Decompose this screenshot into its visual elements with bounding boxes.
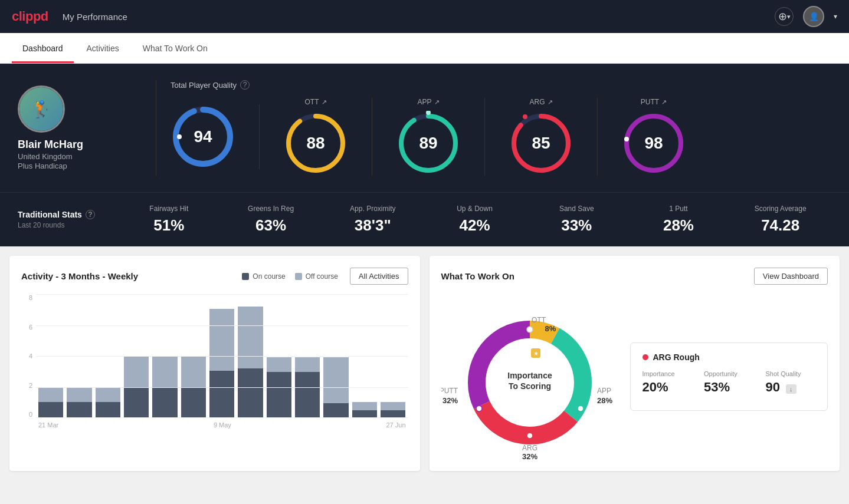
trad-stats-help-icon[interactable]: ? bbox=[86, 210, 95, 219]
svg-text:Importance: Importance bbox=[507, 371, 552, 380]
nav-right: ⊕ ▾ 👤 ▾ bbox=[775, 6, 837, 27]
svg-point-32 bbox=[476, 406, 482, 411]
bar-group-4 bbox=[124, 294, 149, 418]
card-category-dot bbox=[643, 354, 648, 360]
bar-off-8 bbox=[238, 307, 263, 368]
traditional-stats: Traditional Stats ? Last 20 rounds Fairw… bbox=[0, 192, 849, 246]
bar-group-1 bbox=[38, 294, 63, 418]
chart-header: Activity - 3 Months - Weekly On course O… bbox=[21, 268, 408, 285]
svg-point-30 bbox=[578, 406, 584, 411]
gauge-ott-label: OTT ↗ bbox=[305, 98, 327, 106]
bar-off-4 bbox=[124, 356, 149, 387]
legend-on-course: On course bbox=[242, 272, 285, 281]
bar-chart: 8 6 4 2 0 bbox=[21, 294, 408, 447]
svg-point-2 bbox=[177, 134, 182, 139]
all-activities-button[interactable]: All Activities bbox=[350, 268, 408, 285]
bar-off-13 bbox=[381, 402, 405, 411]
tab-activities[interactable]: Activities bbox=[76, 35, 130, 63]
legend-off-course-dot bbox=[295, 273, 302, 280]
bar-on-2 bbox=[67, 402, 91, 418]
stat-sand-save: Sand Save 33% bbox=[526, 205, 628, 235]
trad-stats-grid: Fairways Hit 51% Greens In Reg 63% App. … bbox=[118, 205, 831, 235]
activity-chart-panel: Activity - 3 Months - Weekly On course O… bbox=[9, 256, 420, 471]
bars-area: 21 Mar 9 May 27 Jun bbox=[36, 294, 408, 430]
bar-group-12 bbox=[352, 294, 377, 418]
tab-what-to-work-on[interactable]: What To Work On bbox=[132, 35, 218, 63]
stat-fairways-hit: Fairways Hit 51% bbox=[118, 205, 220, 235]
arg-rough-card: ARG Rough Importance 20% Opportunity 53%… bbox=[630, 342, 828, 411]
gauge-app-value: 89 bbox=[419, 134, 437, 153]
stat-app-proximity: App. Proximity 38'3" bbox=[322, 205, 424, 235]
ott-trend-icon: ↗ bbox=[322, 98, 327, 106]
y-label-8: 8 bbox=[29, 294, 32, 301]
bar-group-6 bbox=[181, 294, 206, 418]
bar-group-9 bbox=[267, 294, 291, 418]
avatar-icon: 👤 bbox=[809, 12, 819, 21]
svg-point-13 bbox=[624, 137, 629, 141]
circle-app: 89 bbox=[396, 111, 461, 176]
work-title: What To Work On bbox=[441, 271, 514, 281]
svg-point-10 bbox=[523, 114, 527, 119]
player-country: United Kingdom bbox=[18, 152, 73, 161]
bar-on-9 bbox=[267, 372, 291, 418]
hero-top: 🏌️ Blair McHarg United Kingdom Plus Hand… bbox=[18, 80, 831, 176]
svg-text:OTT: OTT bbox=[532, 316, 546, 324]
top-nav: clippd My Performance ⊕ ▾ 👤 ▾ bbox=[0, 0, 849, 33]
divider-vertical bbox=[156, 80, 156, 176]
hero-section: 🏌️ Blair McHarg United Kingdom Plus Hand… bbox=[0, 64, 849, 192]
bar-group-10 bbox=[295, 294, 320, 418]
player-info: 🏌️ Blair McHarg United Kingdom Plus Hand… bbox=[18, 85, 142, 170]
metric-shot-quality: Shot Quality 90 ↓ bbox=[766, 370, 816, 395]
app-trend-icon: ↗ bbox=[434, 98, 440, 106]
quality-section: Total Player Quality ? 94 bbox=[171, 80, 831, 176]
bar-on-12 bbox=[352, 410, 377, 418]
add-button[interactable]: ⊕ ▾ bbox=[775, 7, 794, 26]
user-avatar-button[interactable]: 👤 bbox=[803, 6, 824, 27]
bar-off-11 bbox=[323, 357, 348, 403]
bar-group-7 bbox=[209, 294, 234, 418]
view-dashboard-button[interactable]: View Dashboard bbox=[754, 268, 828, 285]
svg-text:8%: 8% bbox=[545, 324, 556, 333]
bar-group-2 bbox=[67, 294, 91, 418]
gauge-arg: ARG ↗ 85 bbox=[485, 98, 598, 176]
gauge-ott-value: 88 bbox=[306, 134, 324, 153]
bar-on-7 bbox=[209, 371, 234, 418]
x-label-mar: 21 Mar bbox=[38, 421, 58, 429]
stat-greens-in-reg: Greens In Reg 63% bbox=[220, 205, 322, 235]
y-label-4: 4 bbox=[29, 353, 32, 360]
tab-dashboard[interactable]: Dashboard bbox=[12, 35, 74, 63]
shot-quality-badge: ↓ bbox=[786, 384, 796, 394]
bar-group-13 bbox=[381, 294, 405, 418]
bar-off-3 bbox=[96, 387, 120, 402]
legend-off-course: Off course bbox=[295, 272, 338, 281]
avatar-image: 🏌️ bbox=[19, 87, 63, 131]
gauge-total: 94 bbox=[171, 104, 260, 169]
card-title: ARG Rough bbox=[643, 353, 816, 362]
bar-off-6 bbox=[181, 356, 206, 387]
gauge-putt-label: PUTT ↗ bbox=[641, 98, 667, 106]
player-avatar: 🏌️ bbox=[18, 85, 65, 133]
gauge-putt-value: 98 bbox=[644, 134, 663, 153]
gauge-putt: PUTT ↗ 98 bbox=[598, 98, 710, 176]
legend-on-course-dot bbox=[242, 273, 249, 280]
bar-group-5 bbox=[152, 294, 177, 418]
gauge-arg-value: 85 bbox=[532, 134, 550, 153]
bar-off-2 bbox=[67, 387, 91, 402]
gauges-container: 94 OTT ↗ 88 bbox=[171, 98, 831, 176]
bar-on-10 bbox=[295, 372, 320, 418]
bar-off-1 bbox=[38, 387, 63, 402]
bar-off-12 bbox=[352, 402, 377, 411]
circle-ott: 88 bbox=[283, 111, 348, 176]
bar-off-7 bbox=[209, 309, 234, 371]
metric-importance: Importance 20% bbox=[643, 370, 693, 395]
work-header: What To Work On View Dashboard bbox=[441, 268, 828, 285]
bar-off-9 bbox=[267, 357, 291, 372]
bar-on-8 bbox=[238, 368, 263, 418]
svg-text:APP: APP bbox=[597, 387, 611, 395]
svg-point-31 bbox=[527, 433, 533, 439]
svg-text:32%: 32% bbox=[442, 396, 457, 405]
card-metrics: Importance 20% Opportunity 53% Shot Qual… bbox=[643, 370, 816, 395]
quality-help-icon[interactable]: ? bbox=[240, 80, 250, 90]
chart-body: 8 6 4 2 0 bbox=[21, 294, 408, 430]
tabs-bar: Dashboard Activities What To Work On bbox=[0, 33, 849, 64]
